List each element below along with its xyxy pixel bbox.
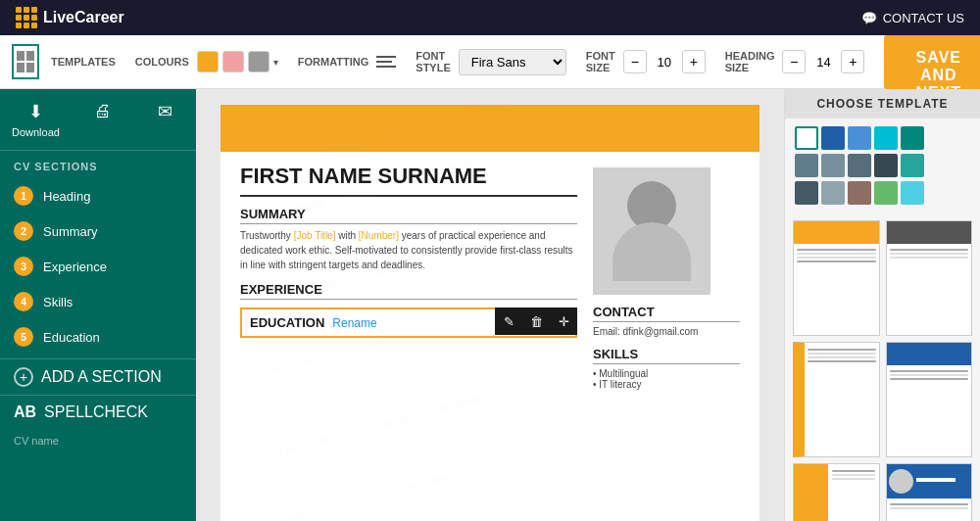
cv-name-section: CV name xyxy=(0,429,196,452)
cv-name-label: CV name xyxy=(14,435,59,447)
sidebar-item-experience[interactable]: 3 Experience xyxy=(0,249,196,284)
email-button[interactable]: ✉ xyxy=(133,89,196,150)
palette-gray-1[interactable] xyxy=(795,154,818,177)
palette-blue-1[interactable] xyxy=(821,126,845,150)
font-size-control: − 10 + xyxy=(623,50,706,73)
font-size-group: FONT SIZE − 10 + xyxy=(586,50,706,73)
add-section-label: ADD A SECTION xyxy=(41,368,162,386)
resume-body: FIRST NAME SURNAME SUMMARY Trustworthy [… xyxy=(220,152,760,402)
templates-panel: CHOOSE TEMPLATE xyxy=(784,89,980,521)
logo[interactable]: LiveCareer xyxy=(16,7,124,28)
templates-label: TEMPLATES xyxy=(51,56,116,68)
palette-row-1 xyxy=(795,126,970,150)
experience-label: Experience xyxy=(43,260,107,274)
palette-blue-3[interactable] xyxy=(874,126,898,150)
font-size-value: 10 xyxy=(653,55,676,70)
chat-icon: 💬 xyxy=(861,11,877,25)
summary-number: 2 xyxy=(14,221,33,241)
palette-teal-2[interactable] xyxy=(901,154,924,177)
template-thumb-3[interactable] xyxy=(793,342,880,457)
palette-dark-1[interactable] xyxy=(874,154,898,177)
font-size-decrease[interactable]: − xyxy=(623,50,647,73)
skills-section-title: SKILLS xyxy=(593,347,740,364)
resume-orange-bar xyxy=(220,105,760,152)
watermark-6: ::LiveCareer ::LiveCareer ::LiveCareer xyxy=(242,468,457,521)
formatting-icon[interactable] xyxy=(376,56,396,68)
education-move-button[interactable]: ✛ xyxy=(550,308,577,335)
font-style-group: FONT STYLE Fira Sans xyxy=(416,49,565,75)
template-thumb-6[interactable] xyxy=(886,463,973,521)
font-style-label: FONT STYLE xyxy=(416,50,450,73)
experience-section-title: EXPERIENCE xyxy=(240,282,577,300)
education-rename-link[interactable]: Rename xyxy=(332,316,376,330)
education-delete-button[interactable]: 🗑 xyxy=(522,308,550,335)
sidebar-item-skills[interactable]: 4 Skills xyxy=(0,284,196,319)
resume-right-column: CONTACT Email: dfink@gmail.com SKILLS • … xyxy=(593,164,740,390)
summary-label: Summary xyxy=(43,224,98,239)
template-thumb-4[interactable] xyxy=(886,342,973,457)
palette-dark-2[interactable] xyxy=(795,181,818,205)
resume-preview: ::LiveCareer ::LiveCareer ::LiveCareer :… xyxy=(196,89,784,521)
template-thumb-2[interactable] xyxy=(886,220,973,336)
palette-brown[interactable] xyxy=(848,181,871,205)
print-button[interactable]: 🖨 xyxy=(72,89,134,150)
skills-number: 4 xyxy=(14,292,33,311)
save-and-next-button[interactable]: SAVE AND NEXT xyxy=(884,35,980,89)
color-swatch-gray[interactable] xyxy=(248,51,270,72)
education-number: 5 xyxy=(14,327,33,347)
skills-list: • Multilingual • IT literacy xyxy=(593,368,740,390)
sidebar-item-heading[interactable]: 1 Heading xyxy=(0,178,196,213)
palette-gray-3[interactable] xyxy=(848,154,871,177)
resume-left-column: FIRST NAME SURNAME SUMMARY Trustworthy [… xyxy=(240,164,577,390)
palette-row-3 xyxy=(795,181,970,205)
sidebar-item-education[interactable]: 5 Education xyxy=(0,319,196,355)
heading-size-increase[interactable]: + xyxy=(841,50,864,73)
spellcheck-icon: AB xyxy=(14,403,36,421)
resume-name: FIRST NAME SURNAME xyxy=(240,164,577,197)
experience-number: 3 xyxy=(14,257,33,276)
formatting-group: FORMATTING xyxy=(298,56,397,68)
colour-picker[interactable]: ▾ xyxy=(197,51,278,72)
education-label: Education xyxy=(43,330,100,345)
contact-us-button[interactable]: 💬 CONTACT US xyxy=(861,11,964,25)
color-swatch-orange[interactable] xyxy=(197,51,219,72)
choose-template-title: CHOOSE TEMPLATE xyxy=(785,89,980,118)
palette-white[interactable] xyxy=(795,126,818,150)
heading-size-decrease[interactable]: − xyxy=(782,50,806,73)
add-section-button[interactable]: + ADD A SECTION xyxy=(0,358,196,395)
palette-cyan[interactable] xyxy=(901,181,924,205)
template-tab-1[interactable] xyxy=(12,44,39,79)
contact-section-title: CONTACT xyxy=(593,305,740,322)
templates-group: TEMPLATES xyxy=(12,44,116,79)
download-icon: ⬇ xyxy=(28,101,43,122)
heading-size-control: − 14 + xyxy=(782,50,864,73)
font-size-increase[interactable]: + xyxy=(682,50,706,73)
heading-number: 1 xyxy=(14,186,33,206)
template-thumb-5[interactable] xyxy=(793,463,880,521)
palette-row-2 xyxy=(795,154,970,177)
download-button[interactable]: ⬇ Download xyxy=(0,89,72,150)
education-edit-button[interactable]: ✎ xyxy=(495,308,522,335)
palette-blue-2[interactable] xyxy=(848,126,871,150)
heading-size-group: HEADING SIZE − 14 + xyxy=(725,50,865,73)
chevron-down-icon[interactable]: ▾ xyxy=(273,57,278,68)
print-icon: 🖨 xyxy=(94,101,112,121)
summary-text: Trustworthy [Job Title] with [Number] ye… xyxy=(240,228,577,272)
palette-slate[interactable] xyxy=(821,181,845,205)
cv-sections-title: CV SECTIONS xyxy=(0,151,196,178)
education-section-highlight[interactable]: EDUCATION Rename ✎ 🗑 ✛ xyxy=(240,308,577,338)
colours-label: COLOURS xyxy=(135,56,189,68)
download-label: Download xyxy=(12,126,60,138)
contact-email: Email: dfink@gmail.com xyxy=(593,326,740,337)
palette-green[interactable] xyxy=(874,181,898,205)
colours-group: COLOURS ▾ xyxy=(135,51,278,72)
spellcheck-button[interactable]: AB SPELLCHECK xyxy=(0,395,196,429)
font-select[interactable]: Fira Sans xyxy=(459,49,566,75)
sidebar-item-summary[interactable]: 2 Summary xyxy=(0,213,196,249)
palette-teal[interactable] xyxy=(901,126,924,150)
sidebar: ⬇ Download 🖨 ✉ CV SECTIONS 1 Heading 2 S… xyxy=(0,89,196,521)
color-swatch-pink[interactable] xyxy=(222,51,244,72)
palette-gray-2[interactable] xyxy=(821,154,845,177)
template-thumb-1[interactable] xyxy=(793,220,880,336)
summary-section-title: SUMMARY xyxy=(240,207,577,224)
